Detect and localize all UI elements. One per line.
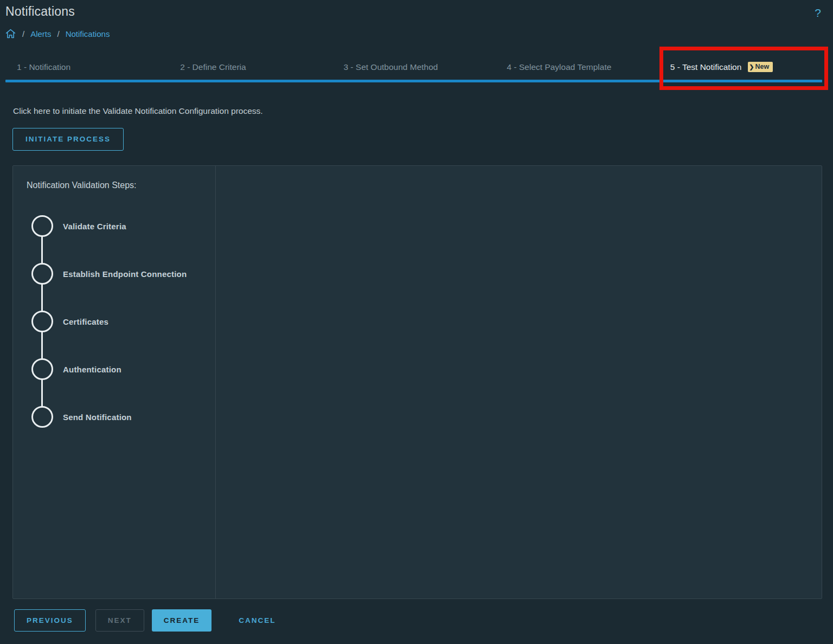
tab-label: 2 - Define Criteria — [180, 62, 246, 72]
wizard-tabs: 1 - Notification 2 - Define Criteria 3 -… — [5, 62, 822, 80]
tab-label: 1 - Notification — [17, 62, 71, 72]
notifications-page: Notifications ? / Alerts / Notifications… — [0, 0, 833, 644]
badge-chevron-icon: ❯ — [749, 62, 754, 71]
page-title: Notifications — [5, 4, 75, 19]
validation-steps-column: Notification Validation Steps: Validate … — [13, 166, 216, 598]
active-tab-indicator — [5, 80, 822, 82]
validation-stepper: Validate Criteria Establish Endpoint Con… — [27, 202, 215, 441]
validation-steps-title: Notification Validation Steps: — [27, 181, 215, 190]
step-certificates: Certificates — [27, 298, 215, 345]
previous-button[interactable]: PREVIOUS — [14, 609, 86, 632]
page-header: Notifications ? — [0, 0, 833, 20]
breadcrumb: / Alerts / Notifications — [5, 28, 833, 40]
tab-define-criteria[interactable]: 2 - Define Criteria — [169, 62, 332, 80]
tab-label: 3 - Set Outbound Method — [343, 62, 438, 72]
step-label: Establish Endpoint Connection — [63, 269, 187, 279]
breadcrumb-separator: / — [22, 29, 24, 38]
breadcrumb-separator: / — [57, 29, 60, 38]
step-send-notification: Send Notification — [27, 393, 215, 441]
step-circle — [31, 263, 53, 285]
initiate-process-button[interactable]: INITIATE PROCESS — [12, 128, 124, 151]
help-icon[interactable]: ? — [815, 7, 821, 20]
step-establish-endpoint-connection: Establish Endpoint Connection — [27, 250, 215, 298]
step-circle — [31, 215, 53, 237]
tab-label: 5 - Test Notification — [670, 62, 742, 72]
tab-test-notification[interactable]: 5 - Test Notification ❯ New — [659, 62, 822, 80]
step-circle — [31, 311, 53, 332]
tab-set-outbound-method[interactable]: 3 - Set Outbound Method — [332, 62, 495, 80]
step-label: Validate Criteria — [63, 222, 126, 231]
tab-label: 4 - Select Payload Template — [507, 62, 612, 72]
step-circle — [31, 358, 53, 380]
validation-panel: Notification Validation Steps: Validate … — [12, 165, 822, 599]
step-label: Send Notification — [63, 413, 132, 422]
tab-select-payload-template[interactable]: 4 - Select Payload Template — [496, 62, 659, 80]
home-icon[interactable] — [5, 28, 16, 40]
validation-result-area — [216, 166, 822, 598]
step-circle — [31, 406, 53, 428]
new-badge: ❯ New — [748, 62, 773, 72]
step-label: Certificates — [63, 317, 108, 326]
step-label: Authentication — [63, 365, 121, 374]
initiate-description: Click here to initiate the Validate Noti… — [13, 106, 833, 116]
step-authentication: Authentication — [27, 345, 215, 393]
breadcrumb-notifications[interactable]: Notifications — [66, 29, 110, 38]
next-button[interactable]: NEXT — [95, 609, 144, 632]
breadcrumb-alerts[interactable]: Alerts — [30, 29, 51, 38]
tab-notification[interactable]: 1 - Notification — [5, 62, 169, 80]
wizard-footer: PREVIOUS NEXT CREATE CANCEL — [14, 609, 833, 632]
step-validate-criteria: Validate Criteria — [27, 202, 215, 250]
create-button[interactable]: CREATE — [152, 609, 212, 632]
badge-text: New — [755, 62, 770, 71]
cancel-button[interactable]: CANCEL — [227, 609, 287, 632]
